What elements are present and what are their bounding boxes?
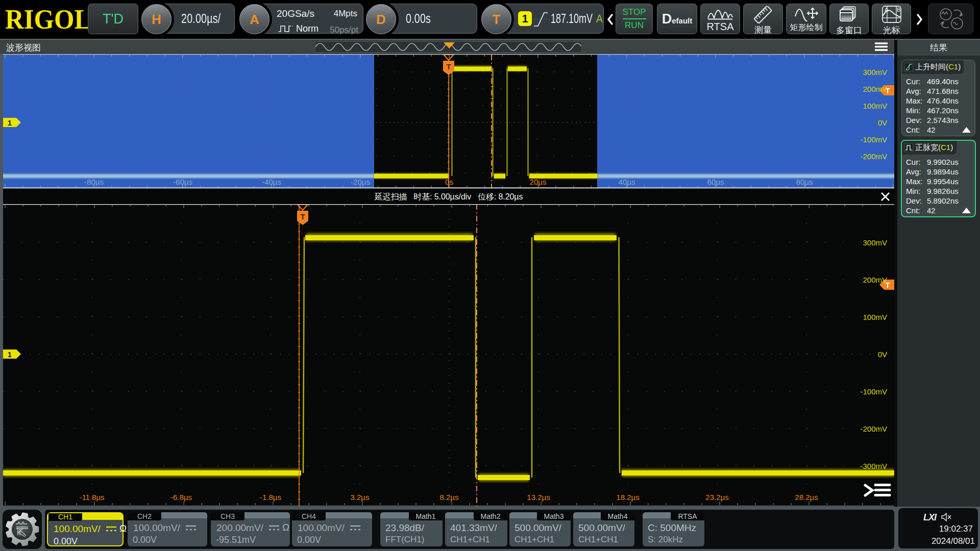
svg-text:B: B [897, 7, 900, 13]
svg-text:A: A [885, 7, 889, 13]
